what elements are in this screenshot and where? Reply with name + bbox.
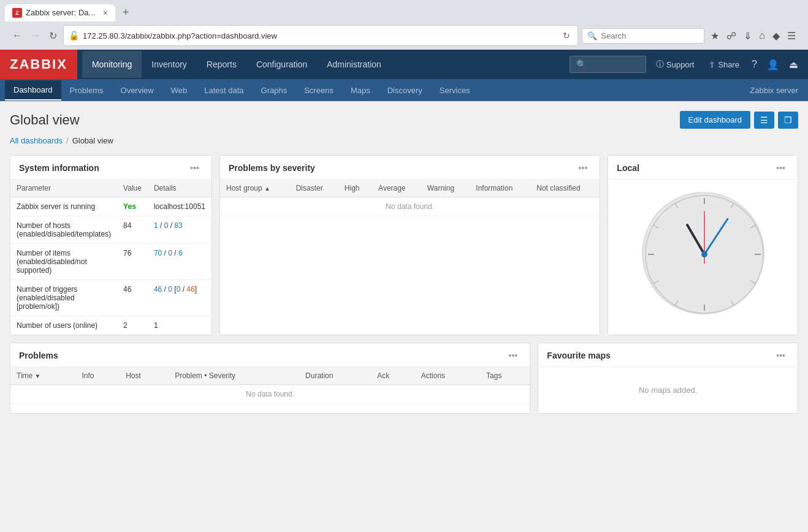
sys-info-details: localhost:10051 bbox=[148, 197, 212, 216]
fullscreen-button[interactable]: ❐ bbox=[778, 112, 798, 129]
problems-full-table: Time ▼ Info Host Problem • Severity Dura… bbox=[10, 367, 530, 404]
menu-item-inventory[interactable]: Inventory bbox=[142, 51, 197, 78]
problems-severity-title: Problems by severity bbox=[229, 163, 315, 173]
top-nav-right: 🔍 ⓘ Support ⇧ Share ? 👤 ⏏ bbox=[570, 56, 808, 73]
favourite-maps-no-data: No maps added. bbox=[538, 367, 798, 413]
detail-link[interactable]: 70 bbox=[154, 249, 162, 257]
menu-item-monitoring[interactable]: Monitoring bbox=[82, 51, 142, 78]
svg-point-16 bbox=[701, 251, 707, 257]
sys-info-parameter: Number of triggers (enabled/disabled [pr… bbox=[10, 280, 117, 316]
col-average[interactable]: Average bbox=[372, 180, 421, 197]
browser-search-input[interactable] bbox=[601, 31, 699, 40]
power-icon[interactable]: ⏏ bbox=[787, 56, 801, 73]
col-not-classified[interactable]: Not classified bbox=[530, 180, 600, 197]
detail-link[interactable]: 83 bbox=[174, 221, 182, 230]
detail-link[interactable]: 0 bbox=[164, 221, 169, 230]
col-information[interactable]: Information bbox=[470, 180, 530, 197]
col-duration[interactable]: Duration bbox=[299, 367, 371, 385]
sys-info-details: 1 / 0 / 83 bbox=[148, 216, 212, 244]
col-high[interactable]: High bbox=[338, 180, 372, 197]
shield-icon[interactable]: ◆ bbox=[770, 28, 782, 44]
favourite-maps-content: No maps added. bbox=[538, 367, 798, 413]
menu-icon[interactable]: ☰ bbox=[785, 28, 798, 44]
menu-item-configuration[interactable]: Configuration bbox=[246, 51, 317, 78]
new-tab-button[interactable]: + bbox=[118, 4, 134, 21]
system-info-widget: System information ••• Parameter Value D… bbox=[10, 155, 212, 335]
table-row: Number of hosts (enabled/disabled/templa… bbox=[10, 216, 212, 244]
nav-item-graphs[interactable]: Graphs bbox=[253, 81, 296, 100]
detail-link[interactable]: 0 bbox=[177, 285, 181, 294]
clock-svg bbox=[643, 193, 766, 316]
active-tab[interactable]: Z Zabbix server: Da... × bbox=[5, 4, 115, 21]
col-warning[interactable]: Warning bbox=[421, 180, 470, 197]
col-time[interactable]: Time ▼ bbox=[10, 367, 76, 385]
problems-severity-table: Host group ▲ Disaster High Average Warni… bbox=[220, 180, 600, 216]
detail-link[interactable]: 1 bbox=[154, 221, 158, 230]
share-button[interactable]: ⇧ Share bbox=[704, 58, 744, 72]
nav-item-dashboard[interactable]: Dashboard bbox=[5, 80, 61, 101]
sys-info-parameter: Number of hosts (enabled/disabled/templa… bbox=[10, 216, 117, 244]
nav-item-problems[interactable]: Problems bbox=[61, 81, 112, 100]
problems-header: Problems ••• bbox=[10, 343, 530, 367]
col-host-group[interactable]: Host group ▲ bbox=[220, 180, 290, 197]
home-icon[interactable]: ⌂ bbox=[757, 28, 768, 44]
app-search-input[interactable] bbox=[590, 60, 639, 69]
sys-info-parameter: Number of items (enabled/disabled/not su… bbox=[10, 244, 117, 280]
user-icon[interactable]: 👤 bbox=[764, 56, 782, 73]
local-clock-header: Local ••• bbox=[608, 156, 798, 180]
problems-menu-button[interactable]: ••• bbox=[505, 349, 522, 362]
detail-link[interactable]: 46 bbox=[154, 285, 162, 294]
system-info-title: System information bbox=[19, 163, 99, 173]
browser-search-box[interactable]: 🔍 bbox=[582, 28, 704, 44]
system-info-menu-button[interactable]: ••• bbox=[186, 162, 203, 174]
browser-toolbar: ← → ↻ 🔓 172.25.80.3/zabbix/zabbix.php?ac… bbox=[5, 21, 803, 50]
nav-item-maps[interactable]: Maps bbox=[342, 81, 379, 100]
col-ack[interactable]: Ack bbox=[371, 367, 415, 385]
col-host[interactable]: Host bbox=[120, 367, 169, 385]
col-disaster[interactable]: Disaster bbox=[290, 180, 338, 197]
nav-item-discovery[interactable]: Discovery bbox=[379, 81, 431, 100]
detail-link[interactable]: 6 bbox=[178, 249, 183, 257]
download-icon[interactable]: ⇓ bbox=[741, 28, 754, 44]
col-tags[interactable]: Tags bbox=[480, 367, 530, 385]
page-header: Global view Edit dashboard ☰ ❐ bbox=[10, 111, 798, 129]
nav-item-web[interactable]: Web bbox=[162, 81, 196, 100]
app-search-bar[interactable]: 🔍 bbox=[570, 56, 646, 73]
menu-item-administration[interactable]: Administration bbox=[317, 51, 391, 78]
detail-link[interactable]: 0 bbox=[168, 249, 172, 257]
nav-item-screens[interactable]: Screens bbox=[295, 81, 342, 100]
toolbar-icons: ★ ☍ ⇓ ⌂ ◆ ☰ bbox=[708, 28, 798, 44]
detail-link[interactable]: 0 bbox=[168, 285, 172, 294]
forward-button[interactable]: → bbox=[28, 28, 43, 44]
favourite-maps-title: Favourite maps bbox=[547, 351, 610, 360]
col-info[interactable]: Info bbox=[76, 367, 120, 385]
address-bar[interactable]: 🔓 172.25.80.3/zabbix/zabbix.php?action=d… bbox=[63, 25, 578, 46]
nav-item-latest-data[interactable]: Latest data bbox=[196, 81, 252, 100]
zabbix-logo[interactable]: ZABBIX bbox=[0, 50, 77, 79]
refresh-button[interactable]: ↻ bbox=[47, 28, 59, 44]
list-view-button[interactable]: ☰ bbox=[754, 112, 774, 129]
detail-link[interactable]: 46 bbox=[186, 285, 194, 294]
search-icon: 🔍 bbox=[587, 31, 597, 40]
reader-icon[interactable]: ☍ bbox=[724, 28, 739, 44]
back-button[interactable]: ← bbox=[10, 28, 25, 44]
support-button[interactable]: ⓘ Support bbox=[651, 56, 699, 72]
reload-icon[interactable]: ↻ bbox=[560, 28, 573, 43]
favourite-maps-menu-button[interactable]: ••• bbox=[772, 349, 789, 362]
menu-item-reports[interactable]: Reports bbox=[197, 51, 246, 78]
close-tab-button[interactable]: × bbox=[103, 8, 108, 18]
lock-icon: 🔓 bbox=[69, 31, 79, 40]
col-problem-severity[interactable]: Problem • Severity bbox=[169, 367, 299, 385]
nav-item-overview[interactable]: Overview bbox=[112, 81, 162, 100]
local-clock-menu-button[interactable]: ••• bbox=[772, 162, 789, 174]
breadcrumb-all-dashboards[interactable]: All dashboards bbox=[10, 136, 63, 145]
help-icon[interactable]: ? bbox=[749, 56, 760, 72]
bookmark-star-icon[interactable]: ★ bbox=[708, 28, 722, 44]
problems-severity-menu-button[interactable]: ••• bbox=[575, 162, 592, 174]
sys-info-value: Yes bbox=[117, 197, 148, 216]
nav-item-services[interactable]: Services bbox=[431, 81, 479, 100]
edit-dashboard-button[interactable]: Edit dashboard bbox=[680, 111, 750, 129]
col-actions[interactable]: Actions bbox=[415, 367, 480, 385]
local-clock-title: Local bbox=[617, 163, 639, 173]
table-row: Zabbix server is runningYeslocalhost:100… bbox=[10, 197, 212, 216]
